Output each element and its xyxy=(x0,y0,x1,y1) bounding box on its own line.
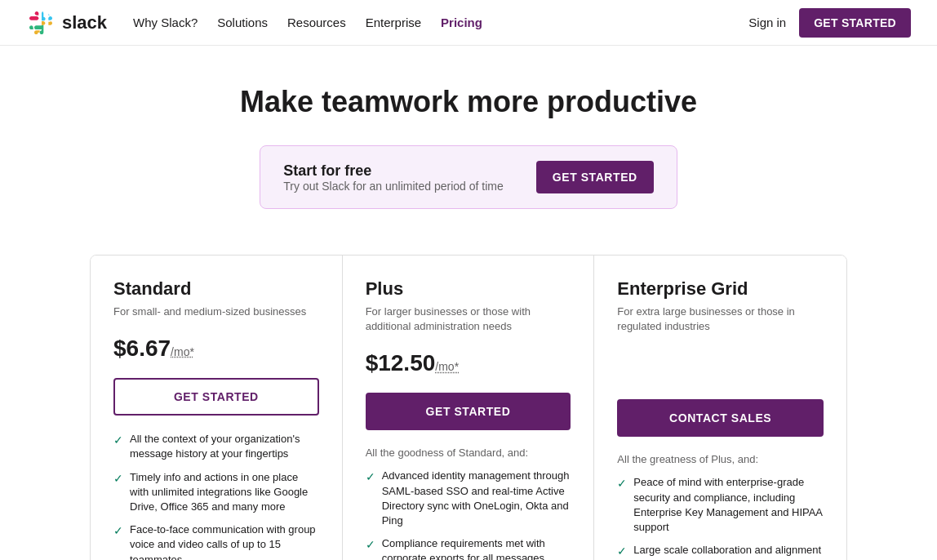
free-get-started-button[interactable]: GET STARTED xyxy=(536,161,654,193)
card-enterprise: Enterprise Grid For extra large business… xyxy=(594,256,846,560)
pricing-cards: Standard For small- and medium-sized bus… xyxy=(90,255,847,560)
feature-item: ✓ Large scale collaboration and alignmen… xyxy=(617,543,824,560)
check-icon: ✓ xyxy=(113,433,123,461)
nav-link-pricing[interactable]: Pricing xyxy=(441,16,482,29)
feature-item: ✓ Timely info and actions in one place w… xyxy=(113,470,319,515)
hero-headline: Make teamwork more productive xyxy=(26,85,911,119)
sign-in-link[interactable]: Sign in xyxy=(748,16,786,29)
card-enterprise-subtitle: For extra large businesses or those in r… xyxy=(617,304,824,334)
card-enterprise-price xyxy=(617,350,824,383)
card-enterprise-cta-button[interactable]: CONTACT SALES xyxy=(617,399,824,437)
card-enterprise-section-header: All the greatness of Plus, and: xyxy=(617,453,824,465)
card-plus-subtitle: For larger businesses or those with addi… xyxy=(366,304,571,334)
check-icon: ✓ xyxy=(113,471,123,515)
card-standard-subtitle: For small- and medium-sized businesses xyxy=(113,304,319,319)
feature-item: ✓ Advanced identity management through S… xyxy=(366,469,571,528)
card-plus-price: $12.50/mo* xyxy=(366,350,571,376)
hero-section: Make teamwork more productive Start for … xyxy=(0,46,937,229)
free-banner-title: Start for free xyxy=(283,162,504,180)
nav-right: Sign in GET STARTED xyxy=(748,8,911,38)
nav-left: slack Why Slack? Solutions Resources Ent… xyxy=(26,8,482,38)
nav-link-enterprise[interactable]: Enterprise xyxy=(366,16,421,29)
feature-item: ✓ All the context of your organization's… xyxy=(113,432,319,461)
logo-text: slack xyxy=(62,12,107,33)
card-standard-cta-button[interactable]: GET STARTED xyxy=(113,378,319,416)
card-plus-section-header: All the goodness of Standard, and: xyxy=(366,447,571,459)
free-banner-subtitle: Try out Slack for an unlimited period of… xyxy=(283,180,504,193)
card-standard-features: ✓ All the context of your organization's… xyxy=(113,432,319,560)
check-icon: ✓ xyxy=(113,523,123,560)
card-enterprise-title: Enterprise Grid xyxy=(617,278,824,300)
free-banner-text: Start for free Try out Slack for an unli… xyxy=(283,162,504,193)
logo[interactable]: slack xyxy=(26,8,107,38)
card-standard-price: $6.67/mo* xyxy=(113,336,319,362)
free-banner: Start for free Try out Slack for an unli… xyxy=(260,145,677,209)
card-plus: Plus For larger businesses or those with… xyxy=(343,256,595,560)
feature-item: ✓ Face-to-face communication with group … xyxy=(113,522,319,560)
card-standard-title: Standard xyxy=(113,278,319,300)
check-icon: ✓ xyxy=(617,544,627,560)
check-icon: ✓ xyxy=(617,476,627,535)
check-icon: ✓ xyxy=(366,537,375,560)
check-icon: ✓ xyxy=(366,469,375,528)
nav-get-started-button[interactable]: GET STARTED xyxy=(799,8,911,38)
nav-link-resources[interactable]: Resources xyxy=(287,16,346,29)
card-standard: Standard For small- and medium-sized bus… xyxy=(91,256,343,560)
feature-item: ✓ Peace of mind with enterprise-grade se… xyxy=(617,475,824,535)
nav-link-why-slack[interactable]: Why Slack? xyxy=(133,16,198,29)
pricing-section: Standard For small- and medium-sized bus… xyxy=(77,255,860,560)
nav-link-solutions[interactable]: Solutions xyxy=(217,16,268,29)
navbar: slack Why Slack? Solutions Resources Ent… xyxy=(0,0,937,46)
card-plus-features: ✓ Advanced identity management through S… xyxy=(366,469,571,560)
feature-item: ✓ Compliance requirements met with corpo… xyxy=(366,536,571,560)
nav-links: Why Slack? Solutions Resources Enterpris… xyxy=(133,16,482,29)
card-plus-cta-button[interactable]: GET STARTED xyxy=(366,393,571,430)
card-plus-title: Plus xyxy=(366,278,571,300)
card-enterprise-features: ✓ Peace of mind with enterprise-grade se… xyxy=(617,475,824,560)
